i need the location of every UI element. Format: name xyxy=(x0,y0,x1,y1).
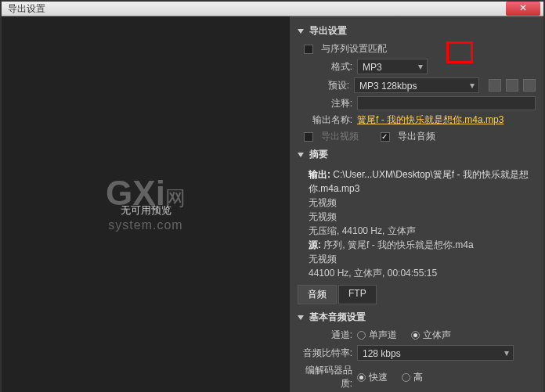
chevron-down-icon xyxy=(298,29,304,34)
preset-dropdown[interactable]: MP3 128kbps xyxy=(354,77,479,93)
bitrate-label: 音频比特率: xyxy=(298,347,352,360)
output-name-link[interactable]: 簧尾f - 我的快乐就是想你.m4a.mp3 xyxy=(357,113,503,127)
export-video-checkbox xyxy=(304,132,313,142)
comments-label: 注释: xyxy=(298,97,352,110)
delete-preset-icon[interactable] xyxy=(523,79,536,92)
export-settings-header[interactable]: 导出设置 xyxy=(298,23,536,39)
output-name-label: 输出名称: xyxy=(298,113,352,127)
quality-label: 编解码器品质: xyxy=(298,364,352,390)
save-preset-icon[interactable] xyxy=(489,79,501,92)
match-sequence-checkbox[interactable] xyxy=(304,45,313,54)
basic-audio-header[interactable]: 基本音频设置 xyxy=(298,309,536,325)
export-audio-checkbox[interactable] xyxy=(381,132,390,142)
comments-input[interactable] xyxy=(357,96,536,110)
import-preset-icon[interactable] xyxy=(506,79,518,92)
summary-header[interactable]: 摘要 xyxy=(298,146,536,163)
stereo-radio[interactable] xyxy=(411,331,420,340)
window-title: 导出设置 xyxy=(5,2,506,16)
chevron-down-icon xyxy=(298,315,304,320)
bitrate-dropdown[interactable]: 128 kbps xyxy=(357,345,514,361)
close-button[interactable]: ✕ xyxy=(506,2,540,16)
chevron-down-icon xyxy=(298,153,304,157)
settings-pane: 导出设置 与序列设置匹配 格式: MP3 预设: MP3 128kbps xyxy=(290,16,543,392)
preset-label: 预设: xyxy=(298,79,349,92)
export-video-label: 导出视频 xyxy=(321,130,359,143)
channels-label: 通道: xyxy=(298,329,352,342)
match-sequence-label: 与序列设置匹配 xyxy=(321,42,387,56)
fast-radio[interactable] xyxy=(357,373,366,382)
format-label: 格式: xyxy=(298,60,352,74)
mono-radio[interactable] xyxy=(357,331,366,340)
high-radio[interactable] xyxy=(402,373,410,382)
summary-text: 输出: C:\User...UXM\Desktop\簧尾f - 我的快乐就是想你… xyxy=(309,167,536,280)
no-preview-label: 无可用预览 xyxy=(121,203,171,218)
export-audio-label: 导出音频 xyxy=(398,130,435,143)
preview-area: 无可用预览 GXi网 system.com xyxy=(2,16,290,392)
preview-pane: 无可用预览 GXi网 system.com 00:04:55.613 ◀ ▶ 0… xyxy=(2,16,290,392)
titlebar: 导出设置 ✕ xyxy=(2,2,543,16)
tab-ftp[interactable]: FTP xyxy=(338,285,377,304)
format-dropdown[interactable]: MP3 xyxy=(357,59,428,74)
tab-audio[interactable]: 音频 xyxy=(298,285,337,304)
